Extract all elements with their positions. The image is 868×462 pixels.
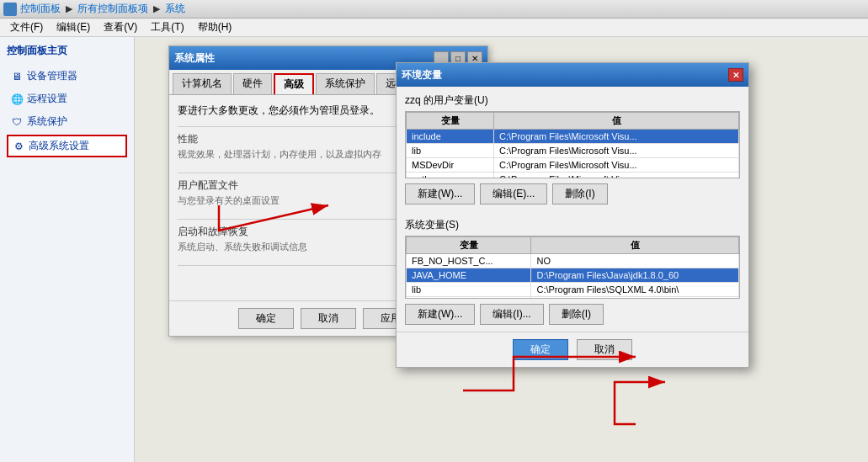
user-vars-title: zzq 的用户变量(U) xyxy=(405,93,740,108)
user-new-btn[interactable]: 新建(W)... xyxy=(405,183,475,204)
user-delete-btn[interactable]: 删除(I) xyxy=(552,183,607,204)
sidebar-item-remote-settings[interactable]: 🌐 远程设置 xyxy=(7,89,127,109)
main-layout: 控制面板主页 🖥 设备管理器 🌐 远程设置 🛡 系统保护 ⚙ 高级系统设置 系统… xyxy=(0,37,868,462)
cancel-btn[interactable]: 取消 xyxy=(301,308,356,329)
env-footer: 确定 取消 xyxy=(397,332,748,367)
sidebar-title: 控制面板主页 xyxy=(7,44,127,58)
top-bar: 控制面板 ▶ 所有控制面板项 ▶ 系统 xyxy=(0,0,868,19)
menu-bar: 文件(F) 编辑(E) 查看(V) 工具(T) 帮助(H) xyxy=(0,19,868,37)
sys-delete-btn[interactable]: 删除(I) xyxy=(549,304,604,325)
user-var-row-lib[interactable]: lib C:\Program Files\Microsoft Visu... xyxy=(407,144,739,158)
user-col-val: 值 xyxy=(494,113,739,130)
sidebar-item-system-protection[interactable]: 🛡 系统保护 xyxy=(7,112,127,131)
user-vars-table: 变量 值 include C:\Program Files\Microsoft … xyxy=(406,112,739,178)
sys-var-row-library-path[interactable]: LIBRARY_PATH %MINGW_HOME%/lib xyxy=(407,297,739,300)
system-vars-table: 变量 值 FB_NO_HOST_C... NO JAVA_HOME xyxy=(406,236,739,299)
user-vars-table-container: 变量 值 include C:\Program Files\Microsoft … xyxy=(405,111,740,178)
sidebar-item-device-manager[interactable]: 🖥 设备管理器 xyxy=(7,66,127,86)
system-vars-section: 系统变量(S) 变量 值 FB_NO_HOST_C... NO xyxy=(397,211,748,332)
env-vars-titlebar: 环境变量 ✕ xyxy=(397,63,748,87)
sidebar: 控制面板主页 🖥 设备管理器 🌐 远程设置 🛡 系统保护 ⚙ 高级系统设置 xyxy=(0,37,135,462)
sys-col-val: 值 xyxy=(531,237,739,254)
sys-edit-btn[interactable]: 编辑(I)... xyxy=(480,304,543,325)
user-var-row-path[interactable]: path C:\Program Files\Microsoft Visu... xyxy=(407,173,739,179)
user-var-row-include[interactable]: include C:\Program Files\Microsoft Visu.… xyxy=(407,130,739,144)
system-vars-title: 系统变量(S) xyxy=(405,218,740,232)
sys-var-row-lib[interactable]: lib C:\Program Files\SQLXML 4.0\bin\ xyxy=(407,283,739,297)
sys-col-var: 变量 xyxy=(407,237,531,254)
env-cancel-btn[interactable]: 取消 xyxy=(577,339,632,360)
system-props-title: 系统属性 xyxy=(174,51,215,66)
system-protection-icon: 🛡 xyxy=(10,115,24,129)
menu-help[interactable]: 帮助(H) xyxy=(191,19,239,36)
tab-advanced[interactable]: 高级 xyxy=(274,73,314,94)
sys-var-row-java-home[interactable]: JAVA_HOME D:\Program Files\Java\jdk1.8.0… xyxy=(407,268,739,283)
sys-new-btn[interactable]: 新建(W)... xyxy=(405,304,475,325)
breadcrumb-control-panel[interactable]: 控制面板 xyxy=(20,3,61,14)
user-var-row-msdevdir[interactable]: MSDevDir C:\Program Files\Microsoft Visu… xyxy=(407,158,739,173)
menu-edit[interactable]: 编辑(E) xyxy=(50,19,97,36)
user-edit-btn[interactable]: 编辑(E)... xyxy=(480,183,547,204)
user-col-var: 变量 xyxy=(407,113,494,130)
sys-var-row-fb[interactable]: FB_NO_HOST_C... NO xyxy=(407,254,739,268)
env-ok-btn[interactable]: 确定 xyxy=(513,339,568,360)
tab-hardware[interactable]: 硬件 xyxy=(233,73,272,94)
menu-tools[interactable]: 工具(T) xyxy=(144,19,190,36)
env-vars-title: 环境变量 xyxy=(402,68,442,82)
breadcrumb: 控制面板 ▶ 所有控制面板项 ▶ 系统 xyxy=(20,2,185,16)
user-vars-btns: 新建(W)... 编辑(E)... 删除(I) xyxy=(405,183,740,204)
user-vars-section: zzq 的用户变量(U) 变量 值 include C:\Pro xyxy=(397,87,748,211)
tab-system-protection[interactable]: 系统保护 xyxy=(316,73,375,94)
remote-settings-icon: 🌐 xyxy=(10,93,24,106)
content-area: 系统属性 _ □ ✕ 计算机名 硬件 高级 系统保护 远程 要进行大多数更改，您… xyxy=(135,37,868,462)
env-close-btn[interactable]: ✕ xyxy=(728,68,743,82)
window-icon xyxy=(3,3,17,16)
system-vars-table-container: 变量 值 FB_NO_HOST_C... NO JAVA_HOME xyxy=(405,236,740,299)
menu-view[interactable]: 查看(V) xyxy=(97,19,144,36)
advanced-system-icon: ⚙ xyxy=(12,140,25,153)
device-manager-icon: 🖥 xyxy=(10,70,24,83)
breadcrumb-system[interactable]: 系统 xyxy=(165,3,185,14)
sidebar-item-advanced-system[interactable]: ⚙ 高级系统设置 xyxy=(7,135,127,157)
ok-btn[interactable]: 确定 xyxy=(238,308,294,329)
breadcrumb-all-items[interactable]: 所有控制面板项 xyxy=(77,3,148,14)
env-vars-dialog: 环境变量 ✕ zzq 的用户变量(U) 变量 值 xyxy=(396,62,749,368)
menu-file[interactable]: 文件(F) xyxy=(3,19,50,36)
system-vars-btns: 新建(W)... 编辑(I)... 删除(I) xyxy=(405,304,740,325)
tab-computer-name[interactable]: 计算机名 xyxy=(173,73,232,94)
